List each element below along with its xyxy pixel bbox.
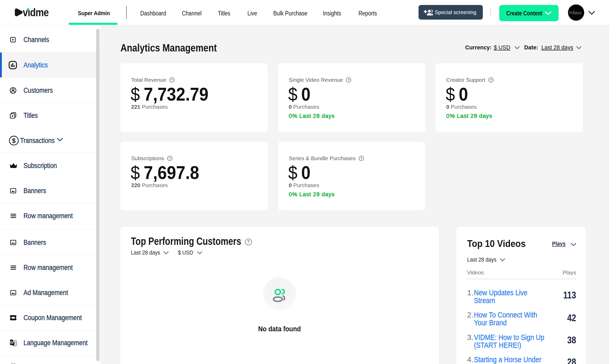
svg-text:vıdme: vıdme [572, 10, 581, 15]
svg-text:vıdme: vıdme [23, 7, 49, 19]
svg-text:$: $ [12, 137, 16, 144]
